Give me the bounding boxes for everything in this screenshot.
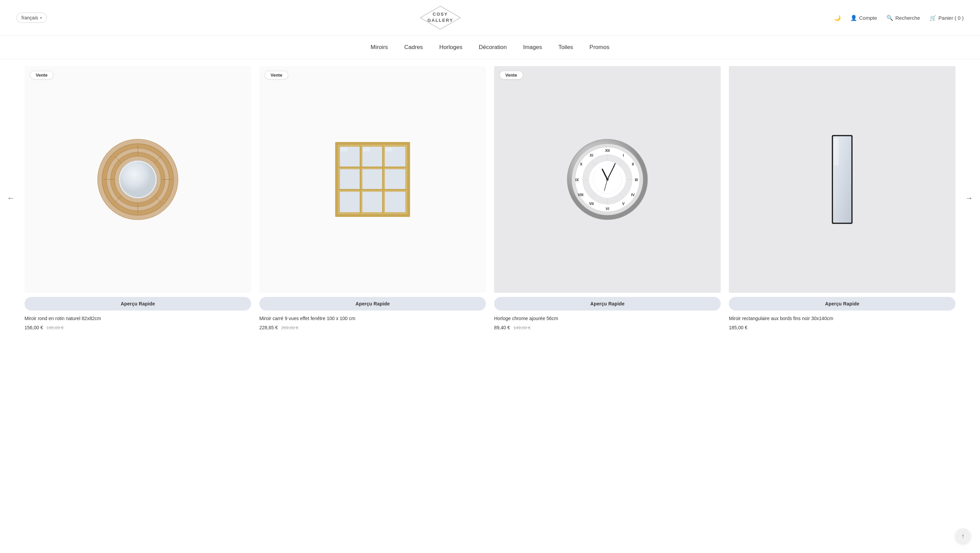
svg-text:COSY: COSY — [433, 11, 448, 17]
product-card-3: Vente — [490, 66, 725, 330]
nav-item-promos[interactable]: Promos — [589, 43, 609, 52]
nav-item-horloges[interactable]: Horloges — [439, 43, 463, 52]
sale-badge-3: Vente — [500, 71, 523, 79]
account-icon: 👤 — [850, 14, 857, 21]
product-card-1: Vente — [21, 66, 255, 330]
svg-rect-35 — [363, 147, 370, 151]
logo[interactable]: COSY GALLERY — [418, 4, 463, 31]
svg-rect-64 — [834, 138, 839, 166]
svg-text:XI: XI — [590, 153, 593, 157]
price-current-1: 156,00 € — [24, 325, 43, 330]
svg-rect-29 — [385, 192, 405, 212]
sale-badge-1: Vente — [30, 71, 53, 79]
svg-text:VIII: VIII — [578, 193, 584, 197]
dark-mode-button[interactable]: 🌙 — [834, 14, 841, 21]
mirror-grid-svg — [332, 139, 414, 220]
main-navigation: Miroirs Cadres Horloges Décoration Image… — [0, 36, 980, 59]
product-prices-4: 185,00 € — [729, 325, 956, 330]
svg-rect-24 — [340, 169, 360, 190]
svg-text:V: V — [622, 202, 625, 206]
language-label: français — [21, 15, 38, 21]
svg-text:XII: XII — [605, 148, 609, 153]
product-prices-2: 228,65 € 269,00 € — [259, 325, 486, 330]
sale-badge-2: Vente — [265, 71, 288, 79]
product-card-2: Vente — [255, 66, 490, 330]
svg-text:VII: VII — [589, 202, 593, 206]
search-button[interactable]: 🔍 Recherche — [886, 14, 920, 21]
svg-text:VI: VI — [606, 207, 609, 211]
chevron-down-icon: ▾ — [40, 16, 42, 20]
logo-svg: COSY GALLERY — [418, 4, 463, 31]
nav-item-miroirs[interactable]: Miroirs — [371, 43, 388, 52]
clock-svg: XII I II III IV V VI VII VIII — [565, 137, 650, 222]
product-card-4: Aperçu Rapide Miroir rectangulaire aux b… — [725, 66, 959, 330]
product-carousel: ← Vente — [0, 59, 980, 337]
account-label: Compte — [859, 15, 877, 21]
nav-item-decoration[interactable]: Décoration — [479, 43, 507, 52]
cart-button[interactable]: 🛒 Panier ( 0 ) — [930, 14, 964, 21]
price-old-2: 269,00 € — [282, 325, 299, 330]
svg-text:II: II — [632, 162, 634, 166]
header-actions: 🌙 👤 Compte 🔍 Recherche 🛒 Panier ( 0 ) — [834, 14, 964, 21]
svg-rect-36 — [385, 147, 392, 151]
quick-view-button-4[interactable]: Aperçu Rapide — [729, 297, 956, 311]
price-old-3: 149,00 € — [514, 325, 531, 330]
product-image-3: XII I II III IV V VI VII VIII — [494, 66, 721, 293]
moon-icon: 🌙 — [834, 14, 841, 21]
svg-point-61 — [606, 178, 609, 181]
search-icon: 🔍 — [886, 14, 893, 21]
svg-text:X: X — [580, 162, 582, 166]
cart-label: Panier ( 0 ) — [939, 15, 964, 21]
product-name-1: Miroir rond en rotin naturel 82x82cm — [24, 315, 251, 322]
nav-item-toiles[interactable]: Toiles — [558, 43, 573, 52]
price-old-1: 195,00 € — [47, 325, 64, 330]
nav-item-images[interactable]: Images — [523, 43, 542, 52]
product-image-2 — [259, 66, 486, 293]
svg-point-18 — [120, 162, 156, 197]
carousel-next-button[interactable]: → — [962, 191, 977, 206]
account-button[interactable]: 👤 Compte — [850, 14, 877, 21]
carousel-prev-button[interactable]: ← — [3, 191, 18, 206]
product-image-1 — [24, 66, 251, 293]
products-row: Vente — [21, 66, 959, 330]
product-name-3: Horloge chrome ajourée 56cm — [494, 315, 721, 322]
nav-item-cadres[interactable]: Cadres — [404, 43, 423, 52]
svg-text:III: III — [635, 178, 638, 182]
cart-icon: 🛒 — [930, 14, 937, 21]
mirror-rect-svg — [825, 134, 859, 225]
price-current-3: 89,40 € — [494, 325, 510, 330]
svg-text:IX: IX — [576, 178, 579, 182]
product-prices-3: 89,40 € 149,00 € — [494, 325, 721, 330]
top-header: français ▾ COSY GALLERY 🌙 👤 Compte 🔍 Rec… — [0, 0, 980, 36]
price-current-4: 185,00 € — [729, 325, 748, 330]
product-prices-1: 156,00 € 195,00 € — [24, 325, 251, 330]
svg-text:GALLERY: GALLERY — [428, 18, 453, 23]
quick-view-button-2[interactable]: Aperçu Rapide — [259, 297, 486, 311]
mirror-round-svg — [94, 135, 182, 224]
quick-view-button-1[interactable]: Aperçu Rapide — [24, 297, 251, 311]
product-image-4 — [729, 66, 956, 293]
product-name-2: Miroir carré 9 vues effet fenêtre 100 x … — [259, 315, 486, 322]
quick-view-button-3[interactable]: Aperçu Rapide — [494, 297, 721, 311]
svg-text:IV: IV — [631, 193, 635, 197]
svg-rect-26 — [385, 169, 405, 190]
product-name-4: Miroir rectangulaire aux bords fins noir… — [729, 315, 956, 322]
svg-rect-27 — [340, 192, 360, 212]
svg-text:I: I — [623, 153, 624, 157]
svg-rect-25 — [363, 169, 383, 190]
search-label: Recherche — [895, 15, 920, 21]
svg-rect-34 — [340, 147, 347, 151]
svg-rect-28 — [363, 192, 383, 212]
language-selector[interactable]: français ▾ — [16, 13, 47, 23]
price-current-2: 228,65 € — [259, 325, 278, 330]
